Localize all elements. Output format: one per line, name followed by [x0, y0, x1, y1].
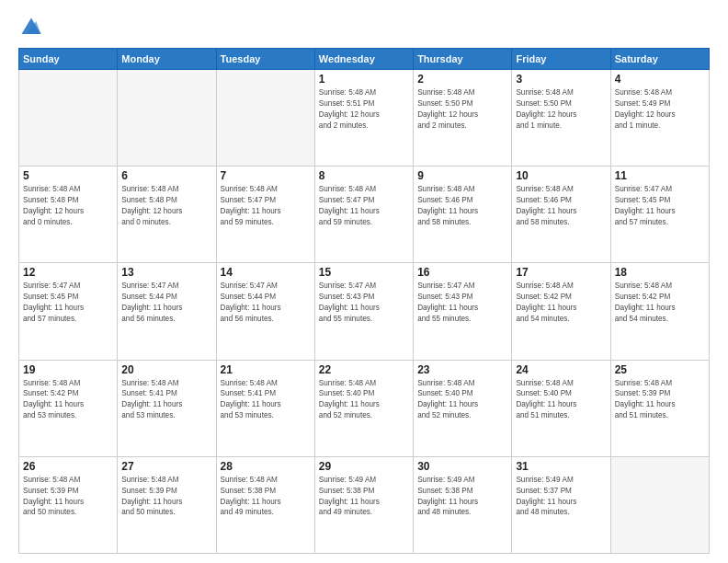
day-info-line: Daylight: 11 hours	[516, 304, 576, 312]
day-info-line: and 1 minute.	[615, 121, 661, 130]
day-info-line: Sunset: 5:44 PM	[221, 293, 277, 301]
day-info-line: Daylight: 12 hours	[319, 110, 380, 119]
day-info-line: Sunrise: 5:48 AM	[516, 379, 573, 387]
day-info-line: Sunrise: 5:47 AM	[121, 282, 178, 290]
day-info-line: Sunset: 5:42 PM	[615, 293, 671, 301]
day-info-line: Sunset: 5:42 PM	[23, 389, 79, 397]
day-info-line: Sunrise: 5:47 AM	[615, 185, 672, 193]
calendar-cell: 15Sunrise: 5:47 AMSunset: 5:43 PMDayligh…	[314, 263, 413, 360]
day-info-line: and 48 minutes.	[417, 508, 471, 516]
day-info: Sunrise: 5:47 AMSunset: 5:45 PMDaylight:…	[23, 281, 113, 325]
day-number: 20	[121, 363, 211, 376]
calendar-cell: 26Sunrise: 5:48 AMSunset: 5:39 PMDayligh…	[19, 456, 118, 553]
day-info: Sunrise: 5:48 AMSunset: 5:47 PMDaylight:…	[319, 184, 409, 228]
calendar-week-5: 26Sunrise: 5:48 AMSunset: 5:39 PMDayligh…	[19, 456, 710, 553]
calendar-cell: 4Sunrise: 5:48 AMSunset: 5:49 PMDaylight…	[610, 70, 709, 167]
day-info-line: Sunset: 5:43 PM	[319, 293, 375, 301]
day-number: 7	[221, 169, 311, 182]
calendar-cell: 11Sunrise: 5:47 AMSunset: 5:45 PMDayligh…	[610, 167, 709, 263]
day-info-line: Sunset: 5:43 PM	[417, 293, 473, 301]
day-info-line: and 50 minutes.	[23, 508, 76, 516]
day-info-line: Sunrise: 5:48 AM	[121, 476, 178, 484]
day-info: Sunrise: 5:48 AMSunset: 5:50 PMDaylight:…	[417, 87, 507, 132]
day-info-line: Sunset: 5:39 PM	[23, 487, 79, 495]
day-info: Sunrise: 5:48 AMSunset: 5:41 PMDaylight:…	[121, 378, 211, 422]
day-info-line: and 0 minutes.	[23, 218, 73, 226]
day-info-line: and 53 minutes.	[221, 411, 274, 419]
day-info: Sunrise: 5:48 AMSunset: 5:42 PMDaylight:…	[615, 281, 705, 325]
day-info-line: Sunset: 5:46 PM	[516, 196, 572, 204]
calendar-cell: 1Sunrise: 5:48 AMSunset: 5:51 PMDaylight…	[314, 70, 413, 167]
calendar-cell: 19Sunrise: 5:48 AMSunset: 5:42 PMDayligh…	[19, 360, 118, 456]
day-info-line: Daylight: 12 hours	[615, 110, 676, 119]
day-info-line: and 53 minutes.	[23, 411, 76, 419]
day-info: Sunrise: 5:48 AMSunset: 5:46 PMDaylight:…	[516, 184, 606, 228]
day-number: 18	[615, 266, 705, 279]
day-info-line: Sunset: 5:41 PM	[121, 389, 177, 397]
calendar-cell: 5Sunrise: 5:48 AMSunset: 5:48 PMDaylight…	[19, 167, 118, 263]
day-info-line: Sunrise: 5:49 AM	[516, 476, 573, 484]
day-info-line: Sunset: 5:50 PM	[417, 99, 473, 108]
header	[18, 15, 710, 40]
calendar-cell: 31Sunrise: 5:49 AMSunset: 5:37 PMDayligh…	[512, 456, 610, 553]
day-number: 22	[319, 363, 409, 376]
calendar-cell: 18Sunrise: 5:48 AMSunset: 5:42 PMDayligh…	[610, 263, 709, 360]
day-info-line: Sunrise: 5:48 AM	[417, 379, 474, 387]
day-info-line: Daylight: 11 hours	[121, 304, 182, 312]
day-info-line: Daylight: 11 hours	[417, 207, 478, 215]
day-info-line: and 51 minutes.	[615, 411, 668, 419]
day-info: Sunrise: 5:48 AMSunset: 5:40 PMDaylight:…	[417, 378, 507, 422]
day-info-line: Sunset: 5:48 PM	[23, 196, 79, 204]
calendar-cell: 7Sunrise: 5:48 AMSunset: 5:47 PMDaylight…	[216, 167, 314, 263]
day-info-line: Daylight: 11 hours	[615, 207, 676, 215]
logo	[18, 15, 48, 40]
day-info-line: Daylight: 11 hours	[221, 498, 281, 506]
day-number: 8	[319, 169, 409, 182]
calendar-cell: 20Sunrise: 5:48 AMSunset: 5:41 PMDayligh…	[118, 360, 216, 456]
day-info-line: Daylight: 11 hours	[615, 400, 676, 408]
day-info-line: Sunset: 5:38 PM	[319, 487, 375, 495]
day-info-line: Daylight: 11 hours	[121, 498, 182, 506]
day-info: Sunrise: 5:47 AMSunset: 5:44 PMDaylight:…	[221, 281, 311, 325]
day-info-line: Sunset: 5:51 PM	[319, 99, 375, 108]
day-info: Sunrise: 5:48 AMSunset: 5:40 PMDaylight:…	[319, 378, 409, 422]
day-info-line: and 49 minutes.	[319, 508, 372, 516]
day-info: Sunrise: 5:49 AMSunset: 5:38 PMDaylight:…	[417, 475, 507, 519]
calendar-cell: 2Sunrise: 5:48 AMSunset: 5:50 PMDaylight…	[414, 70, 512, 167]
day-number: 28	[221, 460, 311, 473]
day-info-line: Sunrise: 5:47 AM	[23, 282, 80, 290]
day-number: 15	[319, 266, 409, 279]
calendar-cell: 17Sunrise: 5:48 AMSunset: 5:42 PMDayligh…	[512, 263, 610, 360]
calendar-week-3: 12Sunrise: 5:47 AMSunset: 5:45 PMDayligh…	[19, 263, 710, 360]
day-info: Sunrise: 5:48 AMSunset: 5:39 PMDaylight:…	[23, 475, 113, 519]
weekday-header-sunday: Sunday	[19, 49, 118, 70]
day-info-line: Sunrise: 5:47 AM	[319, 282, 376, 290]
day-info-line: Sunset: 5:48 PM	[121, 196, 177, 204]
day-info-line: and 56 minutes.	[121, 315, 175, 323]
day-number: 4	[615, 73, 705, 86]
day-info-line: Daylight: 11 hours	[121, 400, 182, 408]
day-info-line: and 55 minutes.	[417, 315, 471, 323]
calendar-week-4: 19Sunrise: 5:48 AMSunset: 5:42 PMDayligh…	[19, 360, 710, 456]
day-info-line: Daylight: 12 hours	[23, 207, 84, 215]
day-number: 10	[516, 169, 606, 182]
day-info-line: Daylight: 11 hours	[417, 304, 478, 312]
day-info-line: Sunrise: 5:48 AM	[121, 379, 178, 387]
day-info-line: and 57 minutes.	[615, 218, 668, 226]
calendar-header: SundayMondayTuesdayWednesdayThursdayFrid…	[19, 49, 710, 70]
day-info-line: Sunrise: 5:48 AM	[319, 379, 376, 387]
day-info-line: Sunset: 5:38 PM	[221, 487, 277, 495]
day-number: 16	[417, 266, 507, 279]
weekday-header-monday: Monday	[118, 49, 216, 70]
day-number: 23	[417, 363, 507, 376]
calendar-body: 1Sunrise: 5:48 AMSunset: 5:51 PMDaylight…	[19, 70, 710, 554]
day-info-line: Daylight: 12 hours	[516, 110, 576, 119]
day-info-line: Sunset: 5:40 PM	[516, 389, 572, 397]
day-number: 1	[319, 73, 409, 86]
day-info-line: Sunset: 5:49 PM	[615, 99, 671, 108]
day-info: Sunrise: 5:47 AMSunset: 5:45 PMDaylight:…	[615, 184, 705, 228]
day-info-line: Daylight: 11 hours	[319, 304, 380, 312]
day-number: 19	[23, 363, 113, 376]
day-info-line: Sunset: 5:37 PM	[516, 487, 572, 495]
day-info-line: Daylight: 11 hours	[23, 498, 84, 506]
